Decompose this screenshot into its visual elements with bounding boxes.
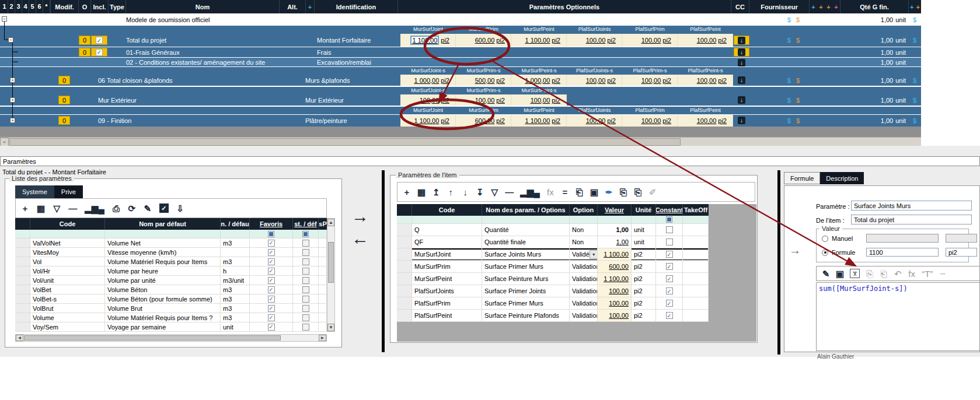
row-selector[interactable]: [397, 273, 412, 285]
header-favoris[interactable]: Favoris: [250, 218, 293, 230]
paste-icon[interactable]: ⎗: [880, 269, 888, 278]
param-value-cell[interactable]: 100,00pi2: [622, 115, 678, 127]
dollar-cyan-icon[interactable]: $: [787, 117, 791, 124]
col-plus[interactable]: +: [306, 0, 315, 13]
grid-horizontal-scrollbar[interactable]: <: [0, 137, 921, 146]
param-unit[interactable]: m3: [221, 257, 250, 266]
dollar-orange-icon[interactable]: $: [796, 16, 800, 23]
param-value[interactable]: 1 100,00: [598, 273, 632, 285]
dollar-orange-icon[interactable]: $: [796, 97, 800, 104]
param-unit[interactable]: pi2: [632, 261, 656, 273]
param-code[interactable]: Voy/Sem: [30, 322, 105, 332]
row-selector[interactable]: [15, 285, 30, 294]
takeoff-cell[interactable]: [683, 285, 709, 297]
col-identification[interactable]: Identification: [315, 0, 398, 13]
parameter-row[interactable]: Volume Volume Matériel Requis pour Items…: [15, 313, 327, 322]
param-value-cell[interactable]: 100,00pi2: [567, 75, 622, 86]
qty-cell[interactable]: 1,00unit: [841, 115, 906, 127]
header-constant[interactable]: Constant: [656, 204, 683, 216]
header-unite[interactable]: Unité: [632, 204, 656, 216]
param-name[interactable]: Volume Brut: [105, 304, 221, 313]
param-unit[interactable]: pi2: [632, 248, 656, 261]
param-value-cell[interactable]: 1 100,00pi2: [400, 34, 456, 47]
checkbox-icon[interactable]: ✓: [159, 203, 169, 213]
param-unit[interactable]: m3: [221, 294, 250, 304]
o-cell[interactable]: 0: [79, 48, 90, 57]
row-selector[interactable]: [15, 322, 30, 332]
param-code[interactable]: VolBet-s: [30, 294, 105, 304]
param-option[interactable]: Non: [570, 224, 598, 236]
plus-column[interactable]: +: [915, 3, 922, 10]
print-icon[interactable]: ⎙: [112, 204, 120, 213]
qty-cell[interactable]: 1,00unit: [841, 75, 906, 86]
parameter-row[interactable]: Vol/unit Volume par unité m3/unit ✓: [15, 276, 327, 285]
grid-row-root[interactable]: Modele de soumission officiel $$ 1,00uni…: [0, 13, 921, 26]
param-name[interactable]: Surface Primer Murs: [482, 261, 570, 273]
favoris-checkbox[interactable]: ✓: [268, 258, 275, 265]
col-parametres-optionnels[interactable]: Paramètres Optionnels: [398, 0, 731, 13]
chart-icon[interactable]: ▂▆▄: [85, 204, 104, 213]
param-name[interactable]: Surface Peinture Murs: [482, 273, 570, 285]
de-litem-field[interactable]: Total du projet: [851, 215, 972, 224]
param-option[interactable]: Validation: [570, 273, 598, 285]
param-unit[interactable]: m3: [221, 285, 250, 294]
row-selector[interactable]: [15, 266, 30, 276]
grid-row-09-finition[interactable]: 0 09 - Finition Plâtre/peinture 1 100,00…: [0, 115, 921, 127]
param-code[interactable]: Vol: [30, 257, 105, 266]
qty-cell[interactable]: 1,00unit: [841, 47, 906, 57]
param-code[interactable]: MurSurfPeint: [412, 273, 482, 285]
const-checkbox[interactable]: [302, 305, 309, 312]
undo-icon[interactable]: ↶: [894, 269, 902, 278]
tri-state-checkbox[interactable]: [666, 216, 672, 223]
param-value-cell[interactable]: 100,00pi2: [400, 94, 456, 106]
fx-icon[interactable]: fx: [546, 188, 554, 197]
parameter-row[interactable]: Vol/Hr Volume par heure h ✓: [15, 266, 327, 276]
constant-checkbox[interactable]: ✓: [666, 251, 673, 258]
tree-expand-button[interactable]: +: [10, 118, 15, 123]
param-value[interactable]: 1,00: [598, 236, 632, 248]
parameter-row[interactable]: VitesMoy Vitesse moyenne (km/h) ✓: [15, 248, 327, 257]
parametre-field[interactable]: Surface Joints Murs: [851, 201, 972, 210]
param-value[interactable]: 1 100,00: [598, 248, 632, 261]
text-icon[interactable]: “T”: [922, 269, 933, 278]
param-name[interactable]: Quantité: [482, 224, 570, 236]
item-parameter-row[interactable]: PlafSurfPeint Surface Peinture Plafonds …: [397, 310, 709, 322]
scrollbar-thumb[interactable]: [9, 138, 681, 146]
row-selector[interactable]: [15, 276, 30, 285]
scroll-left-button[interactable]: ◄: [16, 335, 23, 341]
param-code[interactable]: PlafSurfJoints: [412, 285, 482, 297]
favoris-checkbox[interactable]: ✓: [268, 314, 275, 321]
row-selector[interactable]: [15, 294, 30, 304]
param-unit[interactable]: unit: [632, 224, 656, 236]
param-code[interactable]: PlafSurfPrim: [412, 297, 482, 310]
favoris-checkbox[interactable]: ✓: [268, 277, 275, 284]
col-alt[interactable]: Alt.: [280, 0, 306, 13]
fx-icon[interactable]: fx: [908, 269, 916, 278]
param-value-cell[interactable]: 1 100,00pi2: [400, 115, 456, 127]
header-extra[interactable]: sP: [319, 218, 327, 230]
col-o[interactable]: O: [79, 0, 91, 13]
delete-icon[interactable]: ▦: [417, 188, 426, 197]
scroll-right-button[interactable]: ►: [319, 335, 326, 341]
param-unit[interactable]: m3: [221, 238, 250, 248]
favoris-checkbox[interactable]: ✓: [268, 296, 275, 303]
fournisseur-dollars[interactable]: $$: [770, 94, 800, 106]
filter-icon[interactable]: ▽: [53, 204, 61, 213]
param-name[interactable]: Surface Peinture Plafonds: [482, 310, 570, 322]
param-value-cell[interactable]: 100,00pi2: [622, 75, 678, 86]
dollar-end-icon[interactable]: $: [909, 75, 920, 86]
dollar-orange-icon[interactable]: $: [796, 117, 800, 124]
row-selector[interactable]: [397, 236, 412, 248]
row-selector[interactable]: [15, 304, 30, 313]
item-parameter-row[interactable]: PlafSurfJoints Surface Primer Joints Val…: [397, 285, 709, 297]
param-value-cell[interactable]: 600,00pi2: [456, 115, 511, 127]
tri-state-checkbox[interactable]: [268, 231, 274, 237]
param-value-cell[interactable]: 1 100,00pi2: [511, 115, 567, 127]
item-parameter-row[interactable]: PlafSurfPrim Surface Primer Murs Validat…: [397, 297, 709, 310]
scroll-left-button[interactable]: <: [0, 138, 9, 146]
param-value-cell[interactable]: 100,00pi2: [456, 94, 511, 106]
header-takeoff[interactable]: TakeOff: [683, 204, 709, 216]
manuel-value-field[interactable]: [866, 234, 939, 243]
grid-row-mur-exterieur[interactable]: 0 Mur Extérieur Mur Extérieur 100,00pi21…: [0, 94, 921, 106]
takeoff-cell[interactable]: [683, 261, 709, 273]
